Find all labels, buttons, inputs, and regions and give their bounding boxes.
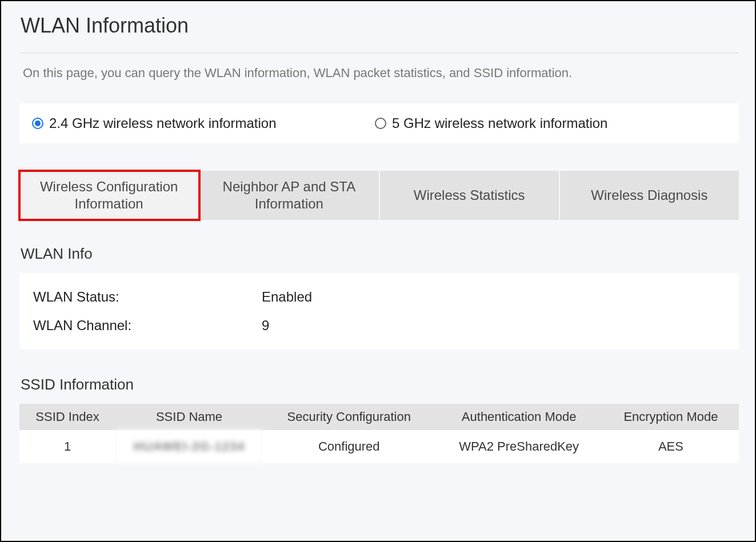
band-option-5ghz[interactable]: 5 GHz wireless network information (375, 115, 607, 131)
ssid-cell-name: HUAWEI-2G-1234 (115, 430, 263, 463)
tab-wireless-config-info[interactable]: Wireless Configuration Information (19, 171, 199, 220)
table-row: 1 HUAWEI-2G-1234 Configured WPA2 PreShar… (19, 430, 739, 463)
band-radio-5ghz[interactable] (375, 118, 386, 129)
ssid-cell-enc: AES (603, 430, 739, 463)
page-title: WLAN Information (21, 14, 739, 38)
ssid-cell-index: 1 (19, 430, 115, 463)
wlan-status-value: Enabled (262, 289, 312, 305)
tab-wireless-statistics[interactable]: Wireless Statistics (380, 171, 560, 220)
ssid-header-security: Security Configuration (263, 404, 435, 430)
ssid-header-name: SSID Name (115, 404, 263, 430)
wlan-channel-row: WLAN Channel: 9 (33, 318, 725, 334)
wlan-info-card: WLAN Status: Enabled WLAN Channel: 9 (19, 273, 739, 350)
band-label-2_4ghz: 2.4 GHz wireless network information (49, 115, 276, 131)
wlan-status-label: WLAN Status: (33, 289, 262, 305)
ssid-cell-security: Configured (263, 430, 435, 463)
tab-bar: Wireless Configuration Information Neigh… (19, 171, 739, 220)
band-option-2_4ghz[interactable]: 2.4 GHz wireless network information (32, 115, 375, 131)
band-selector: 2.4 GHz wireless network information 5 G… (19, 103, 739, 143)
ssid-header-auth: Authentication Mode (435, 404, 602, 430)
tab-wireless-diagnosis[interactable]: Wireless Diagnosis (560, 171, 739, 220)
ssid-header-index: SSID Index (19, 404, 115, 430)
ssid-header-enc: Encryption Mode (603, 404, 739, 430)
wlan-info-heading: WLAN Info (21, 245, 739, 263)
ssid-info-heading: SSID Information (21, 376, 739, 394)
page-hint: On this page, you can query the WLAN inf… (23, 66, 739, 81)
ssid-cell-auth: WPA2 PreSharedKey (435, 430, 602, 463)
band-label-5ghz: 5 GHz wireless network information (392, 115, 607, 131)
wlan-information-page: WLAN Information On this page, you can q… (1, 1, 755, 541)
tab-neighbor-ap-sta[interactable]: Neighbor AP and STA Information (199, 171, 379, 220)
wlan-channel-value: 9 (262, 318, 269, 334)
divider (19, 53, 739, 53)
wlan-channel-label: WLAN Channel: (33, 318, 262, 334)
wlan-status-row: WLAN Status: Enabled (33, 289, 725, 305)
ssid-table: SSID Index SSID Name Security Configurat… (19, 404, 739, 463)
band-radio-2_4ghz[interactable] (32, 118, 43, 129)
ssid-table-header-row: SSID Index SSID Name Security Configurat… (19, 404, 739, 430)
